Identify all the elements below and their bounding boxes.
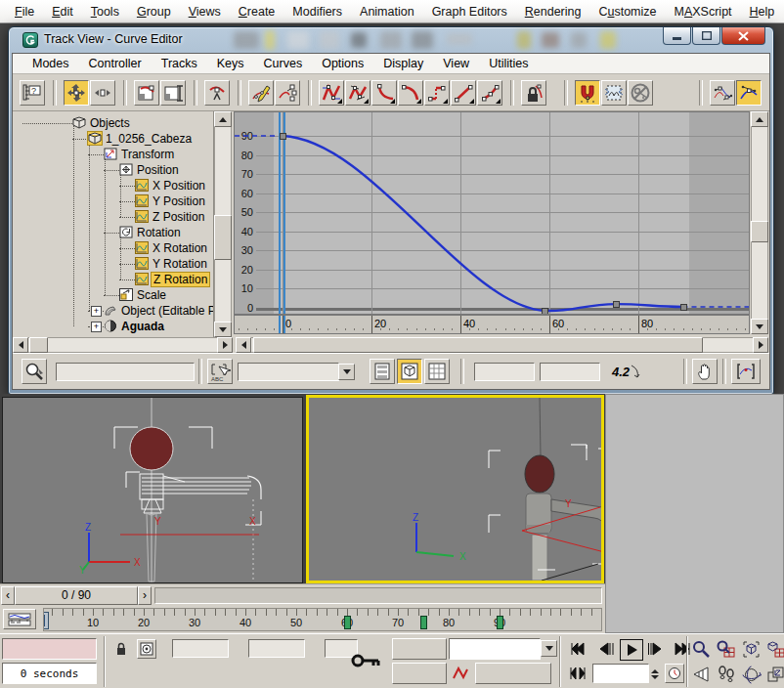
- show-keyable-button[interactable]: [628, 80, 653, 106]
- tv-menu-options[interactable]: Options: [312, 55, 373, 72]
- tv-menu-tracks[interactable]: Tracks: [152, 55, 207, 72]
- tree-item-x-position[interactable]: X Position: [151, 178, 207, 194]
- set-key-button[interactable]: [392, 663, 447, 684]
- set-tangents-step-button[interactable]: [424, 80, 450, 106]
- time-slider-display[interactable]: 0 / 90: [15, 586, 138, 605]
- key-filters-button[interactable]: [475, 663, 551, 684]
- fov-viewport-button[interactable]: [690, 664, 713, 686]
- scrollbar-thumb[interactable]: [253, 337, 703, 353]
- tv-menu-curves[interactable]: Curves: [254, 55, 313, 72]
- scale-keys-button[interactable]: [134, 80, 159, 106]
- maximize-button[interactable]: [692, 27, 720, 45]
- tree-item-scale[interactable]: Scale: [135, 287, 168, 303]
- trackbar-key[interactable]: [420, 616, 427, 629]
- scrollbar-thumb[interactable]: [29, 337, 48, 353]
- next-frame-slider-button[interactable]: ›: [138, 586, 152, 605]
- tree-item-z-rotation[interactable]: Z Rotation: [151, 272, 210, 287]
- draw-curves-button[interactable]: [248, 80, 274, 106]
- lock-tangents-button[interactable]: [521, 80, 546, 106]
- time-cursor-line[interactable]: [279, 112, 281, 314]
- tv-menu-keys[interactable]: Keys: [207, 55, 254, 72]
- curve-key[interactable]: [542, 308, 548, 315]
- trackbar-key[interactable]: [344, 616, 351, 629]
- main-menu-customize[interactable]: Customize: [589, 2, 665, 22]
- tv-menu-modes[interactable]: Modes: [22, 55, 79, 72]
- add-keys-button[interactable]: [204, 80, 230, 106]
- previous-frame-slider-button[interactable]: ‹: [1, 586, 15, 605]
- set-tangents-slow-button[interactable]: [398, 80, 423, 106]
- snap-frames-button[interactable]: [575, 80, 600, 106]
- tree-item-transform[interactable]: Transform: [119, 147, 176, 162]
- scrollbar-arrow[interactable]: [214, 322, 232, 337]
- move-keys-button[interactable]: [64, 80, 89, 106]
- tree-item-x-rotation[interactable]: X Rotation: [151, 240, 209, 256]
- absolute-offset-mode-toggle[interactable]: [137, 639, 156, 659]
- tree-item-1-0256-cabeza[interactable]: 1_0256_Cabeza: [104, 131, 194, 147]
- time-cursor-line[interactable]: [283, 112, 285, 314]
- close-button[interactable]: [721, 27, 765, 45]
- orbit-viewport-button[interactable]: [740, 664, 762, 686]
- time-cursor-line[interactable]: [283, 316, 285, 333]
- main-menu-modifiers[interactable]: Modifiers: [283, 2, 351, 22]
- tv-menu-display[interactable]: Display: [373, 55, 433, 72]
- track-view-titlebar[interactable]: Track View - Curve Editor: [9, 27, 773, 53]
- curve-graph-area[interactable]: 9080706050403020100: [234, 111, 750, 315]
- main-menu-tools[interactable]: Tools: [82, 2, 128, 22]
- track-bar-ruler[interactable]: 102030405060708090: [43, 608, 602, 631]
- selection-set-dropdown[interactable]: [449, 638, 541, 660]
- default-in-out-tangent-button[interactable]: [450, 664, 471, 683]
- show-all-tangents-button[interactable]: [736, 80, 762, 106]
- tree-item-y-position[interactable]: Y Position: [151, 194, 207, 209]
- set-key-mode-key-icon[interactable]: [348, 644, 385, 677]
- scrollbar-arrow[interactable]: [751, 111, 768, 127]
- key-value-field[interactable]: [540, 363, 600, 381]
- main-menu-animation[interactable]: Animation: [351, 2, 423, 22]
- go-to-end-button[interactable]: [671, 639, 692, 659]
- show-selected-key-stats-button[interactable]: 4.2: [612, 364, 643, 379]
- scrollbar-arrow[interactable]: [214, 111, 232, 127]
- tree-item-position[interactable]: Position: [135, 162, 181, 178]
- graph-time-ruler[interactable]: 020406080: [234, 315, 750, 334]
- scrollbar-thumb[interactable]: [751, 221, 768, 242]
- coordinate-y-field[interactable]: [248, 639, 305, 658]
- param-out-of-range-button[interactable]: [601, 80, 627, 106]
- tree-item-aguada[interactable]: Aguada: [119, 319, 166, 334]
- minimize-button[interactable]: [663, 27, 691, 45]
- set-tangents-smooth-button[interactable]: [477, 80, 502, 106]
- tree-item-rotation[interactable]: Rotation: [135, 225, 183, 240]
- go-to-start-button[interactable]: [567, 639, 588, 659]
- set-tangents-auto-button[interactable]: [319, 80, 344, 106]
- tv-menu-view[interactable]: View: [433, 55, 479, 72]
- time-configuration-button[interactable]: [665, 664, 684, 683]
- frame-spinner[interactable]: [649, 664, 661, 683]
- pan-button[interactable]: [692, 359, 718, 384]
- walk-viewport-button[interactable]: [715, 664, 737, 686]
- open-mini-curve-editor-button[interactable]: [3, 609, 36, 629]
- maxscript-mini-listener[interactable]: 0 seconds: [2, 663, 97, 684]
- zoom-all-viewport-button[interactable]: [715, 638, 737, 661]
- edit-track-set-button[interactable]: ABC: [207, 359, 233, 384]
- coordinate-x-field[interactable]: [172, 639, 229, 658]
- scrollbar-thumb[interactable]: [214, 215, 232, 260]
- scale-values-button[interactable]: [160, 80, 186, 106]
- play-button[interactable]: [620, 639, 643, 661]
- main-menu-graph-editors[interactable]: Graph Editors: [423, 2, 516, 22]
- zoom-extents-all-viewport-button[interactable]: [764, 638, 784, 661]
- main-menu-views[interactable]: Views: [180, 2, 230, 22]
- scrollbar-arrow[interactable]: [751, 319, 768, 334]
- current-frame-field[interactable]: [592, 664, 649, 683]
- scrollbar-arrow[interactable]: [217, 337, 233, 353]
- tv-menu-utilities[interactable]: Utilities: [479, 55, 538, 72]
- main-menu-create[interactable]: Create: [230, 2, 284, 22]
- tree-item-object-editable-poly-[interactable]: Object (Editable Poly): [119, 303, 214, 319]
- prev-frame-button[interactable]: [594, 639, 616, 659]
- animation-curve[interactable]: [235, 112, 750, 314]
- tv-menu-controller[interactable]: Controller: [79, 55, 152, 72]
- viewport-right-shaded[interactable]: YXZX: [306, 395, 604, 583]
- set-tangents-fast-button[interactable]: [371, 80, 397, 106]
- curve-key[interactable]: [613, 301, 620, 308]
- main-menu-help[interactable]: Help: [741, 2, 784, 22]
- zoom-extents-viewport-button[interactable]: [740, 638, 762, 661]
- time-slider-track[interactable]: [154, 587, 602, 604]
- key-mode-button[interactable]: [567, 664, 588, 683]
